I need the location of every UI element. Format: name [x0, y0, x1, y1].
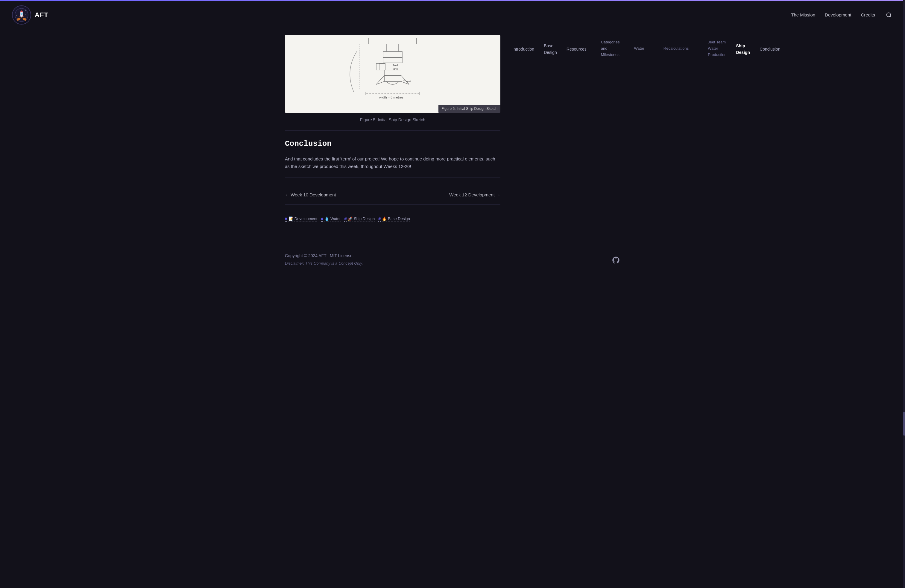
logo-icon [14, 8, 29, 22]
toc-resources[interactable]: Resources [567, 44, 587, 54]
toc-ship-design[interactable]: Ship Design [736, 41, 750, 57]
logo-text: AFT [35, 10, 49, 20]
nav-mission[interactable]: The Mission [791, 11, 815, 19]
tag-water[interactable]: # 💧 Water [321, 216, 341, 222]
svg-text:Thrust: Thrust [403, 80, 411, 83]
svg-point-8 [16, 15, 17, 16]
nav-credits[interactable]: Credits [861, 11, 875, 19]
tag-hash-base-design: # [378, 216, 381, 222]
toc-base-design[interactable]: Base Design [544, 41, 557, 57]
svg-point-5 [17, 12, 17, 12]
tag-hash-development: # [285, 216, 287, 222]
search-button[interactable] [884, 11, 893, 19]
nav-development[interactable]: Development [825, 11, 851, 19]
toc-nav: Introduction Base Design Resources Categ… [512, 38, 578, 59]
tag-emoji-development: 📝 [289, 216, 293, 222]
tag-emoji-base-design: 🔥 [382, 216, 387, 222]
footer-copyright: Copyright © 2024 AFT | MIT License. [285, 253, 363, 259]
tag-ship-design[interactable]: # 🚀 Ship Design [344, 216, 375, 222]
tag-label-water: Water [330, 216, 341, 222]
header: AFT The Mission Development Credits [0, 1, 905, 29]
figure-container: Fuel tank Thrust width = 8 [285, 35, 500, 113]
footer: Copyright © 2024 AFT | MIT License. Disc… [273, 246, 632, 275]
tag-label-development: Development [294, 216, 318, 222]
prev-post-link[interactable]: ← Week 10 Development [285, 191, 336, 199]
toc-introduction[interactable]: Introduction [512, 44, 534, 54]
svg-point-6 [25, 11, 26, 11]
toc-recalculations[interactable]: Recalculations [654, 44, 689, 53]
next-post-link[interactable]: Week 12 Development → [449, 191, 500, 199]
tag-development[interactable]: # 📝 Development [285, 216, 317, 222]
conclusion-heading: Conclusion [285, 138, 500, 150]
sidebar: Introduction Base Design Resources Categ… [500, 38, 578, 234]
tag-label-ship-design: Ship Design [354, 216, 375, 222]
sketch-svg: Fuel tank Thrust width = 8 [285, 35, 500, 113]
post-nav: ← Week 10 Development Week 12 Developmen… [285, 185, 500, 205]
main-nav: The Mission Development Credits [791, 11, 893, 19]
tag-emoji-water: 💧 [324, 216, 329, 222]
toc-jeet-team[interactable]: Jeet Team Water Production [698, 38, 726, 59]
conclusion-section: Conclusion And that concludes the first … [285, 138, 500, 170]
tag-hash-water: # [321, 216, 323, 222]
logo-circle [12, 5, 31, 25]
figure-overlay-caption: Figure 5: Initial Ship Design Sketch [438, 105, 500, 113]
section-divider-top [285, 130, 500, 130]
svg-point-4 [21, 13, 22, 15]
footer-left: Copyright © 2024 AFT | MIT License. Disc… [285, 253, 363, 267]
tag-hash-ship-design: # [344, 216, 346, 222]
svg-point-7 [25, 14, 25, 15]
section-divider-bottom [285, 178, 500, 178]
scrollbar-track [903, 0, 905, 276]
toc-conclusion[interactable]: Conclusion [760, 44, 780, 54]
tag-label-base-design: Base Design [388, 216, 410, 222]
tag-emoji-ship-design: 🚀 [348, 216, 352, 222]
footer-disclaimer: Disclaimer: This Company is a Concept On… [285, 261, 363, 267]
toc-categories-milestones[interactable]: Categories and Milestones [596, 38, 620, 59]
toc-water[interactable]: Water [629, 44, 644, 53]
svg-text:width = 8 metres: width = 8 metres [379, 95, 404, 99]
figure-image: Fuel tank Thrust width = 8 [285, 35, 500, 113]
logo-link[interactable]: AFT [12, 5, 49, 25]
tags-row: # 📝 Development # 💧 Water # 🚀 Ship Desig… [285, 211, 500, 227]
conclusion-body: And that concludes the first 'term' of o… [285, 155, 500, 170]
svg-line-10 [890, 16, 891, 17]
github-link[interactable] [612, 256, 620, 267]
search-icon [886, 12, 892, 18]
main-content: Fuel tank Thrust width = 8 [285, 35, 500, 234]
page-wrapper: Fuel tank Thrust width = 8 [273, 29, 632, 246]
svg-rect-11 [306, 35, 479, 113]
github-icon [612, 256, 620, 264]
svg-text:Fuel: Fuel [393, 64, 398, 67]
tag-base-design[interactable]: # 🔥 Base Design [378, 216, 410, 222]
figure-caption: Figure 5: Initial Ship Design Sketch [285, 116, 500, 123]
